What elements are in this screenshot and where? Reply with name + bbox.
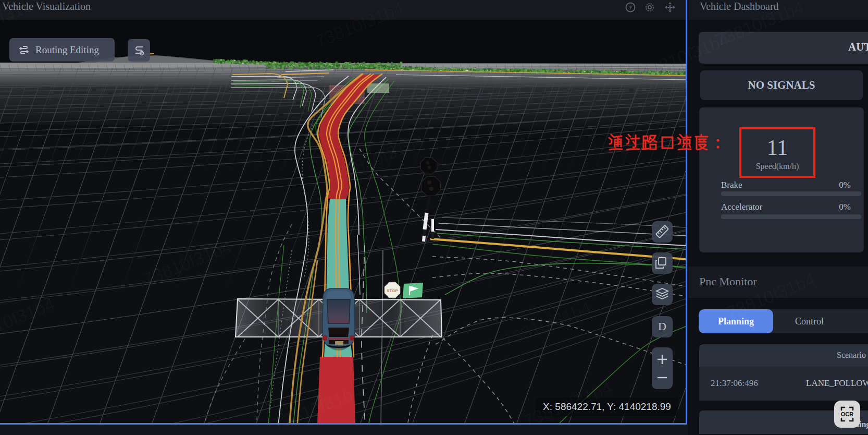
- svg-text:STOP: STOP: [387, 288, 398, 293]
- svg-text:OCR: OCR: [841, 411, 854, 417]
- svg-text:?: ?: [629, 4, 632, 10]
